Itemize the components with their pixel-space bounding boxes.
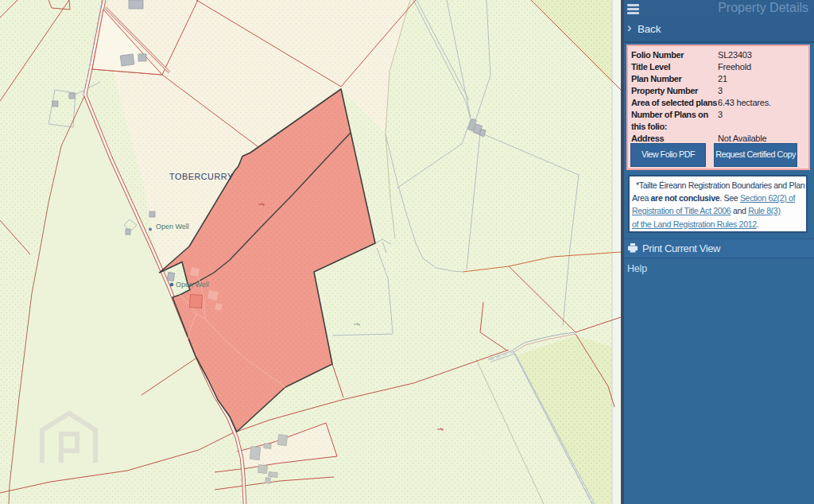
svg-text:TOBERCURRY: TOBERCURRY	[169, 172, 234, 181]
svg-text:Open Well: Open Well	[156, 223, 189, 231]
svg-text:Open Well: Open Well	[176, 281, 209, 289]
